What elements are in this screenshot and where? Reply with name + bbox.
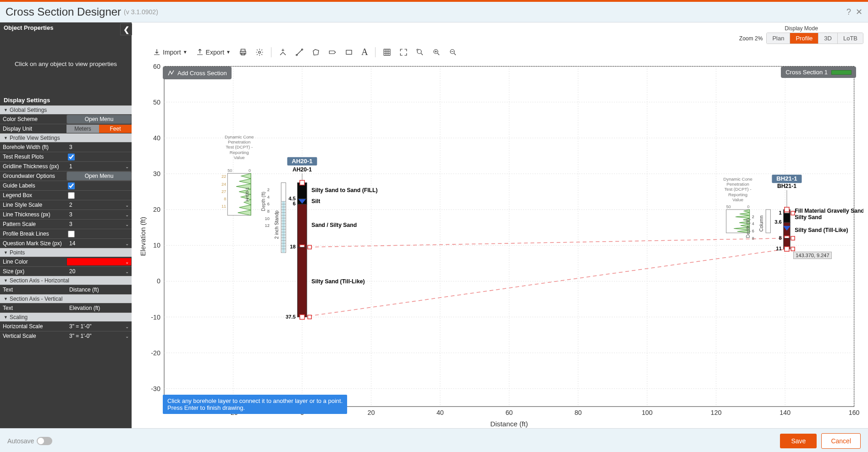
zoom-fit-button[interactable] [397, 46, 410, 58]
group-profile-view[interactable]: ▼Profile View Settings [0, 133, 132, 142]
group-axis-v[interactable]: ▼Section Axis - Vertical [0, 294, 132, 303]
mode-profile-button[interactable]: Profile [790, 33, 818, 44]
settings-button[interactable] [253, 46, 266, 58]
autosave-toggle[interactable]: Autosave [7, 437, 52, 445]
line-style-scale-label: Line Style Scale [0, 200, 66, 209]
profile-chart[interactable]: -20020406080100120140160-30-20-100102030… [136, 61, 863, 428]
groundwater-open-menu-button[interactable]: Open Menu [66, 171, 132, 181]
unit-meters-button[interactable]: Meters [66, 125, 99, 133]
text-tool-button[interactable]: A [359, 45, 370, 59]
collapse-sidebar-icon[interactable]: ❮ [120, 23, 132, 35]
color-scheme-open-menu-button[interactable]: Open Menu [66, 115, 132, 124]
polygon-icon [312, 48, 320, 56]
footer: Autosave Save Cancel [0, 428, 868, 452]
svg-text:Distance (ft): Distance (ft) [490, 420, 528, 428]
cross-section-badge[interactable]: Cross Section 1 [781, 66, 856, 78]
axis-h-text-input[interactable] [66, 285, 132, 294]
group-scaling[interactable]: ▼Scaling [0, 313, 132, 321]
svg-text:4: 4 [267, 195, 270, 199]
svg-text:20: 20 [367, 409, 375, 416]
print-icon [239, 48, 247, 56]
rect-tool-button[interactable] [342, 46, 356, 58]
line-tool-button[interactable] [293, 46, 306, 58]
unit-feet-button[interactable]: Feet [99, 125, 132, 133]
svg-text:0: 0 [157, 277, 160, 285]
cancel-button[interactable]: Cancel [821, 433, 861, 449]
line-color-swatch[interactable] [66, 258, 132, 266]
export-button[interactable]: Export▼ [193, 46, 233, 58]
profile-break-checkbox[interactable] [68, 231, 75, 237]
close-icon[interactable]: ✕ [856, 7, 862, 17]
svg-text:12: 12 [265, 223, 270, 228]
svg-text:4: 4 [752, 221, 754, 226]
svg-rect-113 [298, 247, 307, 317]
svg-text:Test (DCPT) -: Test (DCPT) - [226, 144, 253, 149]
group-points[interactable]: ▼Points [0, 248, 132, 257]
svg-rect-6 [346, 50, 352, 54]
zoom-out-icon [449, 48, 457, 56]
display-settings-header: Display Settings [0, 95, 132, 105]
gridline-thickness-input[interactable] [66, 162, 132, 171]
mode-plan-button[interactable]: Plan [767, 33, 790, 44]
svg-text:AH20-1: AH20-1 [293, 166, 312, 173]
zoom-out-button[interactable] [446, 46, 460, 58]
svg-text:2: 2 [752, 215, 754, 219]
connect-layer-button[interactable] [276, 46, 290, 58]
display-mode-label: Display Mode [739, 25, 863, 32]
v-scale-label: Vertical Scale [0, 331, 66, 341]
object-properties-header: Object Properties ❮ [0, 22, 132, 33]
svg-text:-30: -30 [151, 385, 160, 392]
line-thickness-label: Line Thickness (px) [0, 210, 66, 219]
h-scale-input[interactable] [66, 322, 132, 331]
svg-rect-108 [298, 204, 307, 247]
print-button[interactable] [236, 46, 250, 58]
app-version: (v 3.1.0902) [124, 8, 158, 16]
group-axis-h[interactable]: ▼Section Axis - Horizontal [0, 276, 132, 285]
svg-text:80: 80 [575, 409, 582, 416]
grid-button[interactable] [380, 46, 394, 58]
add-cross-section-button[interactable]: Add Cross Section [163, 66, 232, 79]
zoom-select-button[interactable] [413, 46, 427, 58]
v-scale-input[interactable] [66, 331, 132, 341]
mode-lotb-button[interactable]: LoTB [837, 33, 863, 44]
test-plots-checkbox[interactable] [68, 154, 75, 160]
svg-rect-154 [791, 247, 795, 251]
hint-message: Click any borehole layer to connect it t… [163, 395, 347, 414]
polygon-tool-button[interactable] [309, 46, 323, 58]
svg-text:4.5: 4.5 [288, 196, 296, 201]
svg-text:-10: -10 [151, 314, 160, 321]
svg-text:Value: Value [732, 197, 743, 202]
svg-text:22: 22 [221, 174, 226, 179]
borehole-width-input[interactable] [66, 143, 132, 152]
svg-text:Value: Value [234, 155, 245, 160]
svg-text:2 inch Standp: 2 inch Standp [274, 210, 279, 239]
shape-tool-button[interactable] [326, 46, 339, 58]
svg-text:120: 120 [711, 409, 722, 416]
svg-rect-116 [300, 314, 304, 319]
save-button[interactable]: Save [780, 434, 817, 448]
qmark-size-input[interactable] [66, 239, 132, 248]
line-style-scale-input[interactable] [66, 200, 132, 209]
point-size-input[interactable] [66, 267, 132, 276]
legend-box-label: Legend Box [0, 191, 66, 200]
line-thickness-input[interactable] [66, 210, 132, 219]
axis-v-text-input[interactable] [66, 303, 132, 313]
svg-rect-0 [241, 49, 245, 51]
point-size-label: Size (px) [0, 267, 66, 276]
import-button[interactable]: Import▼ [150, 46, 190, 58]
guide-labels-checkbox[interactable] [68, 182, 75, 189]
group-global-settings[interactable]: ▼Global Settings [0, 105, 132, 114]
svg-text:0: 0 [249, 168, 251, 173]
test-plots-label: Test Result Plots [0, 152, 66, 161]
legend-box-checkbox[interactable] [68, 192, 75, 199]
cross-section-swatch [831, 70, 851, 75]
toolbar: Import▼ Export▼ A [132, 45, 868, 61]
pattern-scale-input[interactable] [66, 220, 132, 229]
titlebar: Cross Section Designer (v 3.1.0902) ? ✕ [0, 2, 868, 22]
help-icon[interactable]: ? [846, 7, 851, 17]
mode-3d-button[interactable]: 3D [818, 33, 837, 44]
svg-text:50: 50 [153, 99, 160, 106]
svg-rect-153 [785, 247, 789, 251]
svg-rect-142 [791, 211, 795, 215]
zoom-in-button[interactable] [430, 46, 443, 58]
